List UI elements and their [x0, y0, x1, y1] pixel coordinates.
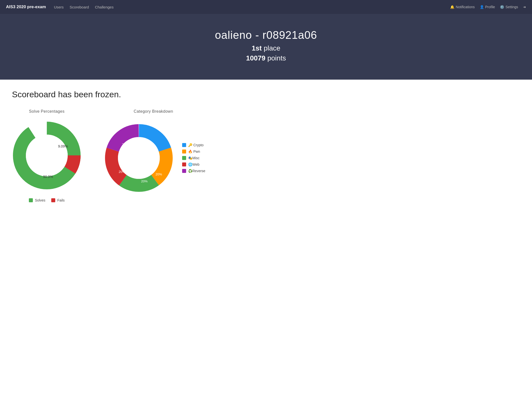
crypto-pct: 20%: [153, 154, 159, 157]
misc-pct: 20%: [119, 170, 125, 174]
reverse-color: [182, 169, 186, 173]
category-legend: 🔑 Crypto 🔥 Pwn 🎭Misc 🌐Web: [182, 143, 205, 173]
misc-color: [182, 156, 186, 160]
fail-label: 9.09%: [58, 144, 68, 148]
nav-link-challenges[interactable]: Challenges: [95, 5, 113, 9]
donut-hole: [26, 135, 68, 176]
hero-points-value: 10079: [246, 54, 266, 62]
nav-link-scoreboard[interactable]: Scoreboard: [70, 5, 89, 9]
main-content: Scoreboard has been frozen. Solve Percen…: [0, 80, 532, 212]
hero-section: oalieno - r08921a06 1st place 10079 poin…: [0, 14, 532, 80]
hero-points: 10079 points: [5, 54, 527, 62]
crypto-legend: 🔑 Crypto: [182, 143, 205, 147]
pwn-color: [182, 150, 186, 153]
nav-logout[interactable]: ➜: [523, 5, 526, 9]
solve-chart-container: Solve Percentages 9.09% 90.9% Solves: [12, 109, 82, 202]
logout-icon: ➜: [523, 5, 526, 9]
nav-profile[interactable]: 👤 Profile: [480, 5, 495, 9]
crypto-label: 🔑 Crypto: [188, 143, 204, 147]
category-chart-title: Category Breakdown: [134, 109, 173, 114]
reverse-legend: ♻️Reverse: [182, 169, 205, 173]
web-color: [182, 162, 186, 166]
reverse-pct: 20%: [156, 172, 162, 176]
hero-points-label: points: [267, 54, 286, 62]
solve-chart-title: Solve Percentages: [29, 109, 65, 114]
person-icon: 👤: [480, 5, 484, 9]
reverse-label: ♻️Reverse: [188, 169, 205, 173]
bell-icon: 🔔: [450, 5, 454, 9]
solve-legend-item: Solves: [29, 198, 45, 202]
fail-legend-label: Fails: [57, 198, 65, 202]
hero-place-value: 1st: [252, 44, 262, 52]
pwn-legend: 🔥 Pwn: [182, 150, 205, 153]
notifications-label: Notifications: [456, 5, 475, 9]
category-donut-chart: 20% 20% 20% 20% 20%: [102, 121, 176, 195]
fail-legend-item: Fails: [51, 198, 65, 202]
hero-place-label: place: [264, 44, 280, 52]
crypto-color: [182, 143, 186, 147]
frozen-message: Scoreboard has been frozen.: [12, 90, 520, 99]
solve-label: 90.9%: [43, 175, 53, 179]
gear-icon: ⚙️: [500, 5, 504, 9]
web-legend: 🌐Web: [182, 162, 205, 166]
settings-label: Settings: [505, 5, 518, 9]
solve-donut-chart: 9.09% 90.9%: [12, 121, 82, 190]
category-chart-container: Category Breakdown: [102, 109, 205, 195]
misc-label: 🎭Misc: [188, 156, 200, 160]
nav-right: 🔔 Notifications 👤 Profile ⚙️ Settings ➜: [450, 5, 526, 9]
nav-notifications[interactable]: 🔔 Notifications: [450, 5, 475, 9]
charts-row: Solve Percentages 9.09% 90.9% Solves: [12, 109, 520, 202]
solve-legend-label: Solves: [35, 198, 45, 202]
fail-color: [51, 198, 55, 202]
nav-links: Users Scoreboard Challenges: [54, 5, 450, 9]
pwn-label: 🔥 Pwn: [188, 150, 200, 153]
nav-link-users[interactable]: Users: [54, 5, 64, 9]
profile-label: Profile: [485, 5, 495, 9]
web-pct: 20%: [141, 179, 148, 183]
category-chart-wrap: 20% 20% 20% 20% 20% 🔑 Crypto 🔥 Pwn: [102, 121, 205, 195]
navbar: AIS3 2020 pre-exam Users Scoreboard Chal…: [0, 0, 532, 14]
solve-color: [29, 198, 33, 202]
web-label: 🌐Web: [188, 162, 200, 166]
hero-title: oalieno - r08921a06: [5, 29, 527, 41]
hero-place: 1st place: [5, 44, 527, 52]
pwn-pct: 20%: [122, 143, 128, 146]
nav-settings[interactable]: ⚙️ Settings: [500, 5, 518, 9]
misc-legend: 🎭Misc: [182, 156, 205, 160]
solve-legend: Solves Fails: [29, 198, 65, 202]
nav-brand: AIS3 2020 pre-exam: [6, 4, 46, 9]
